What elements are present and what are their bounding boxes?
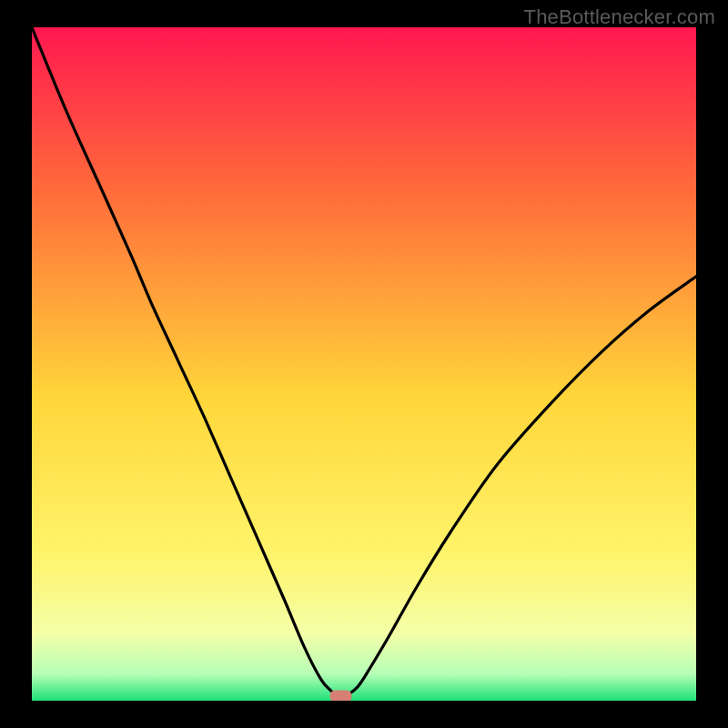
gradient-background <box>32 27 696 701</box>
optimal-point-marker <box>330 691 352 701</box>
bottleneck-curve-plot <box>32 27 696 701</box>
chart-frame: TheBottlenecker.com <box>0 0 728 728</box>
watermark-text: TheBottlenecker.com <box>524 5 715 29</box>
